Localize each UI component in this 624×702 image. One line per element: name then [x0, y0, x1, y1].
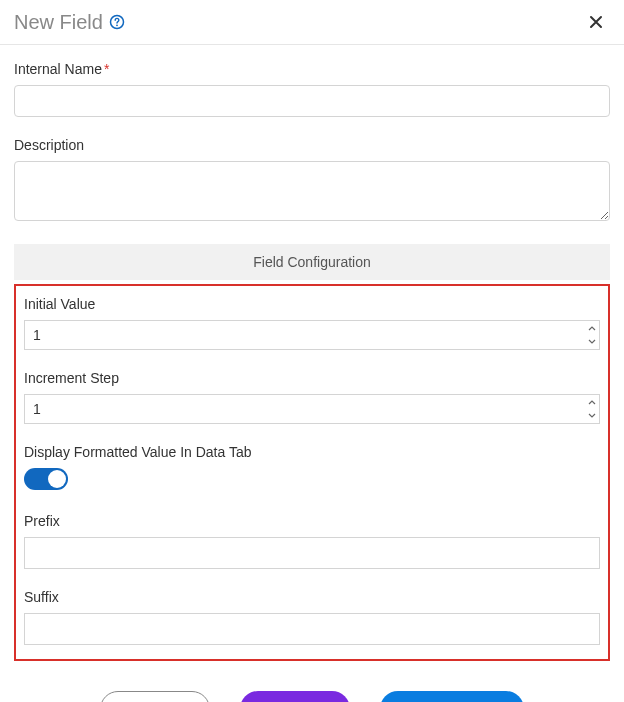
description-group: Description [14, 137, 610, 224]
display-formatted-toggle[interactable] [24, 468, 68, 490]
suffix-label: Suffix [24, 589, 600, 605]
save-and-new-button[interactable]: Save And New [380, 691, 524, 702]
prefix-label: Prefix [24, 513, 600, 529]
chevron-down-icon [588, 339, 596, 345]
previous-button[interactable]: Previous [100, 691, 210, 702]
prefix-group: Prefix [24, 513, 600, 569]
close-icon [588, 14, 604, 30]
increment-step-label: Increment Step [24, 370, 600, 386]
prefix-input[interactable] [24, 537, 600, 569]
initial-value-input[interactable] [24, 320, 600, 350]
suffix-input[interactable] [24, 613, 600, 645]
increment-step-input[interactable] [24, 394, 600, 424]
internal-name-label-text: Internal Name [14, 61, 102, 77]
section-header: Field Configuration [14, 244, 610, 280]
close-button[interactable] [584, 10, 608, 34]
chevron-up-icon [588, 325, 596, 331]
display-formatted-label: Display Formatted Value In Data Tab [24, 444, 600, 460]
internal-name-label: Internal Name* [14, 61, 610, 77]
description-input[interactable] [14, 161, 610, 221]
increment-step-down[interactable] [585, 409, 599, 423]
chevron-up-icon [588, 399, 596, 405]
toggle-knob [48, 470, 66, 488]
increment-step-up[interactable] [585, 395, 599, 409]
chevron-down-icon [588, 413, 596, 419]
dialog-header: New Field [0, 0, 624, 45]
help-icon[interactable] [109, 14, 125, 30]
suffix-group: Suffix [24, 589, 600, 645]
svg-point-1 [116, 24, 118, 26]
initial-value-label: Initial Value [24, 296, 600, 312]
initial-value-group: Initial Value [24, 296, 600, 350]
display-formatted-group: Display Formatted Value In Data Tab [24, 444, 600, 493]
description-label: Description [14, 137, 610, 153]
initial-value-step-up[interactable] [585, 321, 599, 335]
internal-name-group: Internal Name* [14, 61, 610, 117]
internal-name-input[interactable] [14, 85, 610, 117]
save-button[interactable]: Save [240, 691, 350, 702]
field-configuration-highlight: Initial Value Increment Step [14, 284, 610, 661]
dialog-footer: Previous Save Save And New [0, 681, 624, 702]
increment-step-group: Increment Step [24, 370, 600, 424]
required-asterisk: * [104, 61, 109, 77]
page-title: New Field [14, 11, 103, 34]
initial-value-step-down[interactable] [585, 335, 599, 349]
